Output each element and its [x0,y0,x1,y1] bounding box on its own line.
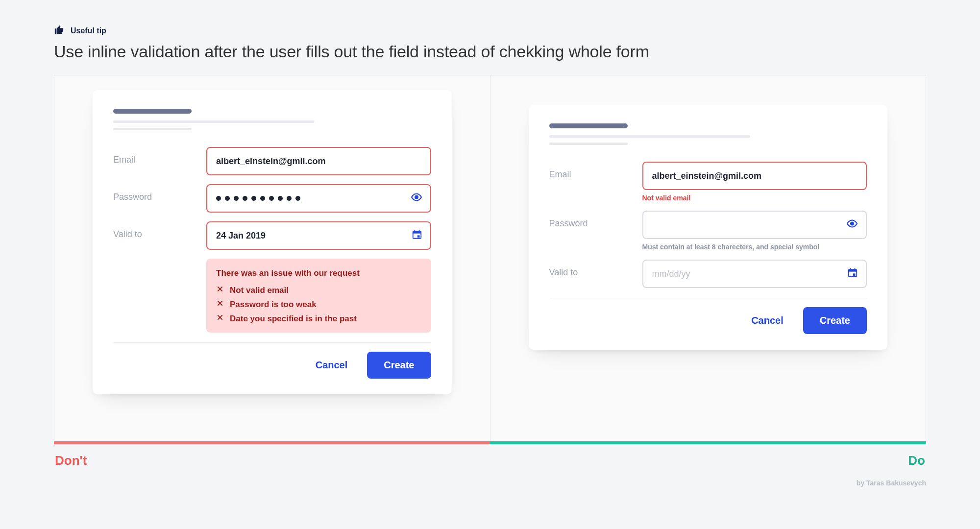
date-placeholder: mm/dd/yy [652,269,690,279]
svg-rect-14 [849,269,857,272]
password-field[interactable] [642,211,867,239]
calendar-icon[interactable] [847,267,858,281]
error-item: Password is too weak [216,299,421,310]
divider [113,342,431,343]
x-icon [216,285,224,295]
email-label: Email [549,162,642,180]
byline: by Taras Bakusevych [54,479,926,487]
x-icon [216,313,224,324]
do-panel: Email albert_einstein@gmil.com Not valid… [490,75,926,441]
cancel-button[interactable]: Cancel [307,353,357,378]
password-help-text: Must contain at least 8 charecters, and … [642,243,867,251]
x-icon [216,299,224,310]
card-header-placeholder [113,109,431,130]
svg-rect-2 [413,231,421,234]
svg-rect-15 [853,273,856,276]
comparison-panel: Email albert_einstein@gmil.com Password [54,75,926,441]
eye-icon[interactable] [846,218,858,232]
verdict-bars [54,441,926,444]
dont-bar [54,441,490,444]
valid-to-label: Valid to [113,221,206,240]
email-value: albert_einstein@gmil.com [652,171,762,181]
thumbs-up-icon [54,24,65,37]
create-button[interactable]: Create [367,352,431,379]
tip-header: Useful tip [54,24,926,37]
password-mask [216,196,300,201]
password-label: Password [113,184,206,202]
verdict-dont: Don't [55,453,87,468]
svg-rect-3 [417,235,419,238]
email-field[interactable]: albert_einstein@gmil.com [642,162,867,190]
date-field[interactable]: 24 Jan 2019 [206,221,431,250]
error-summary-title: There was an issue with our request [216,268,421,278]
do-bar [490,441,926,444]
error-summary-box: There was an issue with our request Not … [206,259,431,333]
verdict-do: Do [908,453,925,468]
error-item: Date you specified is in the past [216,313,421,324]
dont-panel: Email albert_einstein@gmil.com Password [54,75,490,441]
valid-to-label: Valid to [549,260,642,278]
password-label: Password [549,211,642,229]
email-error-text: Not valid email [642,194,867,202]
form-card-do: Email albert_einstein@gmil.com Not valid… [529,105,888,350]
date-field[interactable]: mm/dd/yy [642,260,867,288]
eye-icon[interactable] [411,192,422,206]
card-header-placeholder [549,123,867,145]
cancel-button[interactable]: Cancel [742,308,792,333]
calendar-icon[interactable] [412,229,422,242]
svg-point-0 [415,196,418,199]
password-field[interactable] [206,184,431,213]
email-field[interactable]: albert_einstein@gmil.com [206,147,431,175]
form-card-dont: Email albert_einstein@gmil.com Password [93,90,452,394]
svg-point-12 [851,222,854,225]
email-label: Email [113,147,206,165]
error-item: Not valid email [216,285,421,295]
headline: Use inline validation after the user fil… [54,42,926,61]
create-button[interactable]: Create [803,307,867,334]
tip-label: Useful tip [71,26,106,35]
divider [549,298,867,298]
date-value: 24 Jan 2019 [216,231,266,241]
email-value: albert_einstein@gmil.com [216,156,326,167]
